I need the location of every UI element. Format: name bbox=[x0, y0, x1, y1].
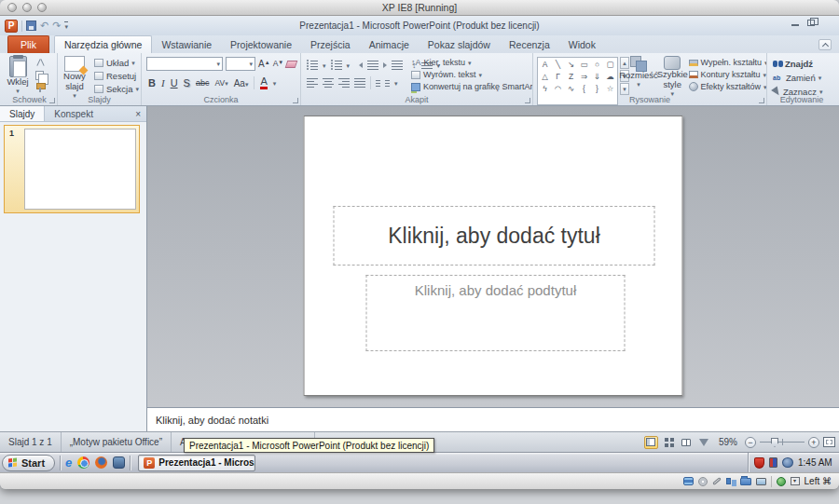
shape-triangle-icon[interactable]: △ bbox=[539, 71, 551, 82]
reset-button[interactable]: Resetuj bbox=[94, 71, 139, 81]
zoom-out-button[interactable]: − bbox=[745, 437, 756, 448]
customize-qat-icon[interactable]: ▾ bbox=[64, 21, 68, 30]
change-case-button[interactable]: Aa▾ bbox=[234, 78, 249, 89]
app-minimize-icon[interactable] bbox=[791, 20, 800, 27]
firefox-icon[interactable] bbox=[95, 456, 107, 469]
internet-explorer-icon[interactable]: e bbox=[65, 456, 72, 469]
close-panel-icon[interactable]: × bbox=[130, 106, 146, 121]
text-direction-button[interactable]: ↕AKier. tekstu▾ bbox=[411, 58, 532, 67]
display-icon[interactable] bbox=[756, 478, 766, 485]
dialog-launcher-icon[interactable] bbox=[293, 98, 298, 103]
font-name-combo[interactable]: ▾ bbox=[146, 57, 223, 71]
shape-rectangle-icon[interactable]: ▭ bbox=[578, 59, 590, 70]
tab-view[interactable]: Widok bbox=[559, 36, 605, 53]
security-alert-icon[interactable] bbox=[754, 457, 764, 469]
align-center-icon[interactable] bbox=[323, 78, 334, 88]
zoom-in-button[interactable]: + bbox=[808, 437, 819, 448]
theme-name[interactable]: „Motyw pakietu Office” bbox=[62, 432, 172, 452]
save-icon[interactable] bbox=[26, 20, 36, 31]
shape-outline-button[interactable]: Kontury kształtu▾ bbox=[689, 70, 766, 79]
underline-button[interactable]: U bbox=[171, 77, 178, 89]
chrome-icon[interactable] bbox=[77, 456, 89, 469]
tab-transitions[interactable]: Przejścia bbox=[301, 36, 360, 53]
powerpoint-icon[interactable]: P bbox=[5, 20, 18, 33]
shape-brace-left-icon[interactable]: { bbox=[578, 83, 590, 94]
tab-insert[interactable]: Wstawianie bbox=[152, 36, 221, 53]
optical-drive-icon[interactable] bbox=[698, 477, 708, 486]
slide-canvas[interactable]: Kliknij, aby dodać tytuł Kliknij, aby do… bbox=[304, 116, 683, 396]
tab-review[interactable]: Recenzja bbox=[500, 36, 559, 53]
tab-slideshow[interactable]: Pokaz slajdów bbox=[419, 36, 500, 53]
dialog-launcher-icon[interactable] bbox=[759, 98, 764, 103]
collapse-ribbon-button[interactable] bbox=[818, 39, 832, 50]
fit-to-window-icon[interactable] bbox=[823, 437, 835, 447]
tab-file[interactable]: Plik bbox=[7, 35, 49, 53]
tray-update-icon[interactable] bbox=[782, 457, 793, 468]
reading-view-button[interactable] bbox=[680, 436, 694, 449]
mouse-integration-icon[interactable]: ▾ bbox=[791, 477, 800, 485]
italic-button[interactable]: I bbox=[161, 77, 165, 89]
shape-oval-icon[interactable]: ○ bbox=[591, 59, 603, 70]
hdd-activity-icon[interactable] bbox=[683, 477, 694, 485]
shape-brace-right-icon[interactable]: } bbox=[591, 83, 603, 94]
font-color-button[interactable]: A bbox=[260, 76, 267, 89]
shape-line-icon[interactable]: ╲ bbox=[552, 59, 564, 70]
slide-sorter-button[interactable] bbox=[662, 436, 676, 449]
taskbar-clock[interactable]: 1:45 AM bbox=[798, 457, 837, 468]
dialog-launcher-icon[interactable] bbox=[49, 98, 55, 103]
strikethrough-button[interactable]: abc bbox=[196, 78, 210, 88]
shape-star-icon[interactable]: ☆ bbox=[604, 83, 616, 94]
network-adapters-icon[interactable] bbox=[726, 478, 731, 484]
shape-arrow-right-icon[interactable]: ⇒ bbox=[578, 71, 590, 82]
shape-fill-button[interactable]: Wypełn. kształtu▾ bbox=[689, 58, 766, 67]
text-shadow-button[interactable]: S bbox=[184, 77, 190, 89]
subtitle-placeholder[interactable]: Kliknij, aby dodać podtytuł bbox=[366, 275, 626, 351]
columns-icon[interactable]: ▾ bbox=[376, 80, 398, 87]
minimize-button[interactable] bbox=[22, 3, 32, 12]
replace-button[interactable]: abZamień▾ bbox=[773, 73, 836, 83]
browser-icon[interactable] bbox=[113, 456, 125, 469]
find-button[interactable]: Znajdź bbox=[773, 59, 836, 69]
tab-slides-panel[interactable]: Slajdy bbox=[0, 106, 45, 121]
tab-animations[interactable]: Animacje bbox=[360, 36, 419, 53]
section-button[interactable]: Sekcja▾ bbox=[94, 84, 139, 94]
shape-textbox-icon[interactable]: A bbox=[539, 59, 551, 70]
format-painter-icon[interactable] bbox=[35, 83, 45, 92]
decrease-indent-icon[interactable] bbox=[359, 61, 378, 70]
align-right-icon[interactable] bbox=[338, 78, 350, 88]
shape-rounded-rect-icon[interactable]: ▢ bbox=[604, 59, 616, 70]
shared-folders-icon[interactable] bbox=[740, 478, 751, 485]
notes-pane[interactable]: Kliknij, aby dodać notatki bbox=[147, 407, 839, 431]
slideshow-button[interactable] bbox=[697, 436, 711, 449]
smartart-button[interactable]: Konwertuj na grafikę SmartArt▾ bbox=[411, 82, 532, 91]
shape-lightning-icon[interactable]: ϟ bbox=[539, 83, 551, 94]
align-text-button[interactable]: Wyrówn. tekst▾ bbox=[411, 70, 532, 79]
shape-arrow-down-icon[interactable]: ⇓ bbox=[591, 71, 603, 82]
bold-button[interactable]: B bbox=[148, 77, 156, 89]
shape-freeform-icon[interactable]: Z bbox=[565, 71, 577, 82]
shape-wave-icon[interactable]: ∿ bbox=[565, 83, 577, 94]
cut-icon[interactable] bbox=[35, 59, 46, 68]
justify-icon[interactable] bbox=[354, 78, 365, 88]
tab-home[interactable]: Narzędzia główne bbox=[54, 35, 152, 53]
layout-button[interactable]: Układ▾ bbox=[94, 58, 139, 68]
shape-arc-icon[interactable]: ◠ bbox=[552, 83, 564, 94]
align-left-icon[interactable] bbox=[307, 78, 318, 88]
undo-icon[interactable]: ↶ bbox=[40, 20, 48, 31]
shape-corner-icon[interactable]: Γ bbox=[552, 71, 564, 82]
copy-icon[interactable] bbox=[35, 71, 44, 80]
decrease-font-button[interactable]: A▼ bbox=[273, 60, 284, 68]
app-restore-icon[interactable] bbox=[807, 20, 815, 26]
close-button[interactable] bbox=[7, 3, 17, 12]
taskbar-item-powerpoint[interactable]: P Prezentacja1 - Micros... bbox=[138, 455, 255, 471]
increase-indent-icon[interactable] bbox=[383, 61, 403, 70]
shape-effects-button[interactable]: Efekty kształtów▾ bbox=[689, 82, 766, 91]
start-button[interactable]: Start bbox=[2, 455, 55, 471]
clear-formatting-icon[interactable] bbox=[285, 61, 298, 68]
bullets-icon[interactable] bbox=[307, 61, 318, 70]
dialog-launcher-icon[interactable] bbox=[525, 98, 530, 103]
slide-thumbnail-selected[interactable]: 1 bbox=[4, 125, 140, 213]
normal-view-button[interactable] bbox=[644, 436, 658, 449]
shape-cloud-icon[interactable]: ☁ bbox=[604, 71, 616, 82]
title-placeholder[interactable]: Kliknij, aby dodać tytuł bbox=[334, 206, 655, 266]
